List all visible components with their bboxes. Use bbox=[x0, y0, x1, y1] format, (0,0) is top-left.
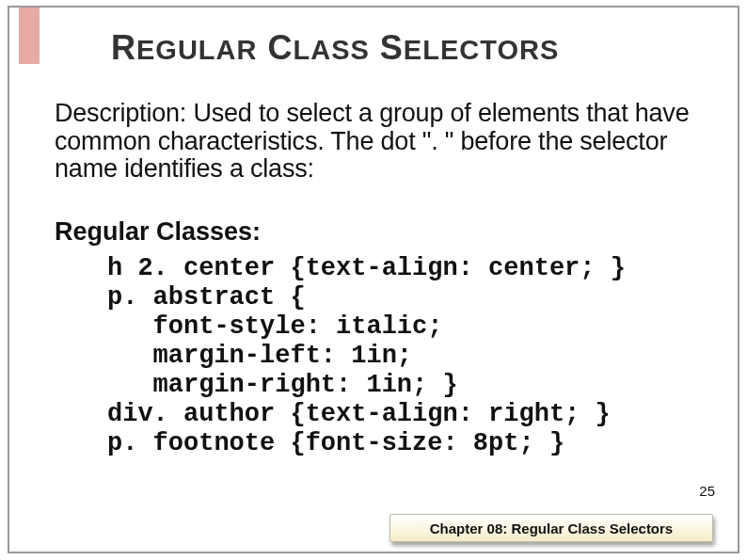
footer-chapter-box: Chapter 08: Regular Class Selectors bbox=[389, 514, 713, 542]
slide-frame: REGULAR CLASS SELECTORS Description: Use… bbox=[8, 6, 739, 553]
title-word1-cap: R bbox=[111, 28, 136, 67]
footer-chapter-label: Chapter 08: Regular Class Selectors bbox=[430, 520, 673, 536]
title-word1-rest: EGULAR bbox=[136, 35, 257, 65]
code-example: h 2. center {text-align: center; } p. ab… bbox=[107, 254, 692, 458]
description-text: Description: Used to select a group of e… bbox=[55, 100, 692, 184]
title-word3-cap: S bbox=[380, 28, 404, 67]
page-number: 25 bbox=[699, 483, 715, 499]
title-word3-rest: ELECTORS bbox=[404, 35, 559, 65]
subheading-text: Regular Classes: bbox=[55, 217, 692, 247]
title-word2-cap: C bbox=[267, 28, 293, 67]
title-word2-rest: LASS bbox=[293, 35, 369, 65]
slide-title: REGULAR CLASS SELECTORS bbox=[111, 28, 692, 68]
slide-content: REGULAR CLASS SELECTORS Description: Use… bbox=[9, 8, 738, 458]
